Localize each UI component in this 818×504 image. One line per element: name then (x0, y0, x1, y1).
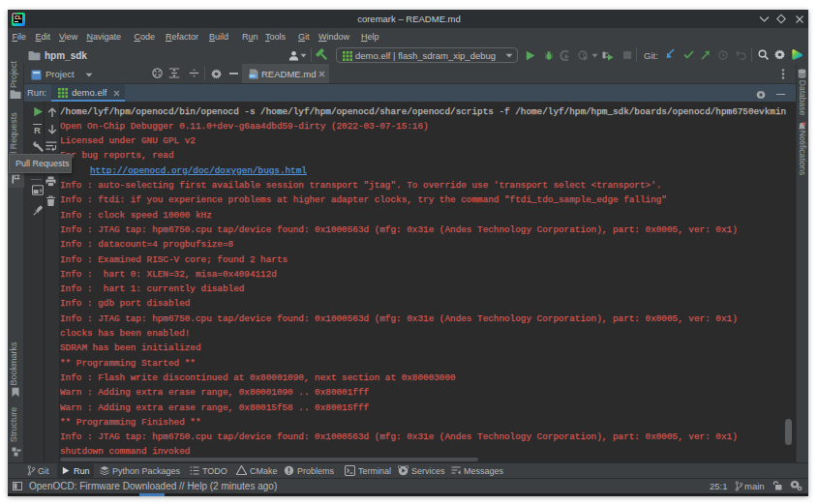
svg-text:MD: MD (250, 74, 256, 78)
